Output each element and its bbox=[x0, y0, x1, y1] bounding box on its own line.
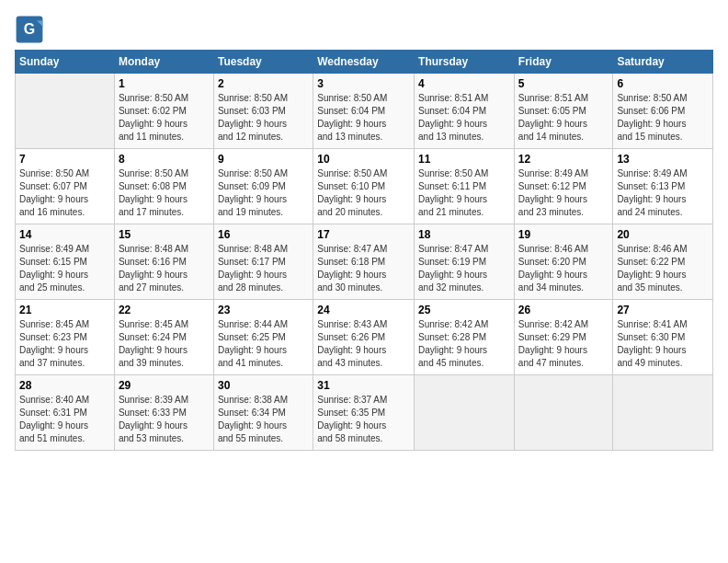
calendar-cell: 10Sunrise: 8:50 AMSunset: 6:10 PMDayligh… bbox=[313, 149, 415, 224]
day-number: 11 bbox=[418, 153, 510, 166]
calendar-cell: 26Sunrise: 8:42 AMSunset: 6:29 PMDayligh… bbox=[514, 300, 613, 375]
day-info: Sunrise: 8:49 AMSunset: 6:15 PMDaylight:… bbox=[19, 243, 110, 294]
sunrise-text: Sunrise: 8:43 AM bbox=[317, 318, 410, 331]
sunset-text: Sunset: 6:08 PM bbox=[119, 180, 210, 193]
calendar-cell: 9Sunrise: 8:50 AMSunset: 6:09 PMDaylight… bbox=[213, 149, 313, 224]
sunset-text: Sunset: 6:18 PM bbox=[317, 256, 410, 269]
sunset-text: Sunset: 6:13 PM bbox=[617, 180, 709, 193]
day-info: Sunrise: 8:47 AMSunset: 6:18 PMDaylight:… bbox=[317, 243, 410, 294]
daylight-text: Daylight: 9 hoursand 41 minutes. bbox=[218, 344, 309, 370]
day-number: 15 bbox=[119, 228, 210, 241]
day-info: Sunrise: 8:37 AMSunset: 6:35 PMDaylight:… bbox=[317, 394, 410, 445]
daylight-text: Daylight: 9 hoursand 51 minutes. bbox=[19, 419, 110, 445]
day-number: 20 bbox=[617, 228, 709, 241]
day-number: 8 bbox=[119, 153, 210, 166]
sunrise-text: Sunrise: 8:40 AM bbox=[19, 394, 110, 407]
daylight-text: Daylight: 9 hoursand 13 minutes. bbox=[317, 118, 410, 144]
calendar-cell: 30Sunrise: 8:38 AMSunset: 6:34 PMDayligh… bbox=[213, 375, 313, 451]
calendar-cell: 14Sunrise: 8:49 AMSunset: 6:15 PMDayligh… bbox=[16, 224, 115, 300]
calendar-week-row: 28Sunrise: 8:40 AMSunset: 6:31 PMDayligh… bbox=[16, 375, 713, 451]
day-info: Sunrise: 8:50 AMSunset: 6:06 PMDaylight:… bbox=[617, 92, 709, 144]
calendar-cell: 20Sunrise: 8:46 AMSunset: 6:22 PMDayligh… bbox=[613, 224, 713, 300]
daylight-text: Daylight: 9 hoursand 27 minutes. bbox=[119, 269, 210, 294]
calendar-cell: 29Sunrise: 8:39 AMSunset: 6:33 PMDayligh… bbox=[114, 375, 213, 451]
sunrise-text: Sunrise: 8:50 AM bbox=[418, 167, 510, 180]
day-info: Sunrise: 8:50 AMSunset: 6:08 PMDaylight:… bbox=[119, 167, 210, 219]
calendar-cell: 24Sunrise: 8:43 AMSunset: 6:26 PMDayligh… bbox=[313, 300, 415, 375]
daylight-text: Daylight: 9 hoursand 34 minutes. bbox=[518, 269, 609, 294]
sunset-text: Sunset: 6:06 PM bbox=[617, 105, 709, 118]
daylight-text: Daylight: 9 hoursand 14 minutes. bbox=[518, 118, 609, 144]
day-number: 7 bbox=[19, 153, 110, 166]
day-number: 5 bbox=[518, 77, 609, 90]
svg-text:G: G bbox=[24, 21, 35, 37]
day-number: 25 bbox=[418, 304, 510, 316]
sunset-text: Sunset: 6:16 PM bbox=[119, 256, 210, 269]
calendar-cell: 6Sunrise: 8:50 AMSunset: 6:06 PMDaylight… bbox=[613, 74, 713, 149]
day-number: 9 bbox=[218, 153, 309, 166]
calendar-cell bbox=[613, 375, 713, 451]
calendar-cell: 22Sunrise: 8:45 AMSunset: 6:24 PMDayligh… bbox=[114, 300, 213, 375]
sunrise-text: Sunrise: 8:42 AM bbox=[518, 318, 609, 331]
day-info: Sunrise: 8:46 AMSunset: 6:20 PMDaylight:… bbox=[518, 243, 609, 294]
sunset-text: Sunset: 6:04 PM bbox=[418, 105, 510, 118]
column-header-saturday: Saturday bbox=[613, 51, 713, 74]
day-number: 29 bbox=[119, 379, 210, 392]
sunrise-text: Sunrise: 8:39 AM bbox=[119, 394, 210, 407]
sunrise-text: Sunrise: 8:37 AM bbox=[317, 394, 410, 407]
sunrise-text: Sunrise: 8:42 AM bbox=[418, 318, 510, 331]
sunrise-text: Sunrise: 8:46 AM bbox=[617, 243, 709, 256]
sunset-text: Sunset: 6:24 PM bbox=[119, 331, 210, 344]
column-header-friday: Friday bbox=[514, 51, 613, 74]
sunset-text: Sunset: 6:04 PM bbox=[317, 105, 410, 118]
calendar-container: G SundayMondayTuesdayWednesdayThursdayFr… bbox=[0, 0, 728, 458]
sunset-text: Sunset: 6:23 PM bbox=[19, 331, 110, 344]
sunset-text: Sunset: 6:35 PM bbox=[317, 407, 410, 419]
day-info: Sunrise: 8:42 AMSunset: 6:28 PMDaylight:… bbox=[418, 318, 510, 370]
sunset-text: Sunset: 6:17 PM bbox=[218, 256, 309, 269]
day-info: Sunrise: 8:47 AMSunset: 6:19 PMDaylight:… bbox=[418, 243, 510, 294]
day-number: 21 bbox=[19, 304, 110, 316]
sunset-text: Sunset: 6:19 PM bbox=[418, 256, 510, 269]
calendar-cell: 16Sunrise: 8:48 AMSunset: 6:17 PMDayligh… bbox=[213, 224, 313, 300]
sunrise-text: Sunrise: 8:50 AM bbox=[218, 92, 309, 105]
calendar-header-row: SundayMondayTuesdayWednesdayThursdayFrid… bbox=[16, 51, 713, 74]
calendar-cell: 19Sunrise: 8:46 AMSunset: 6:20 PMDayligh… bbox=[514, 224, 613, 300]
column-header-sunday: Sunday bbox=[16, 51, 115, 74]
sunset-text: Sunset: 6:09 PM bbox=[218, 180, 309, 193]
sunset-text: Sunset: 6:07 PM bbox=[19, 180, 110, 193]
day-number: 4 bbox=[418, 77, 510, 90]
daylight-text: Daylight: 9 hoursand 30 minutes. bbox=[317, 269, 410, 294]
logo-icon: G bbox=[15, 15, 44, 44]
day-number: 16 bbox=[218, 228, 309, 241]
day-number: 17 bbox=[317, 228, 410, 241]
day-info: Sunrise: 8:51 AMSunset: 6:05 PMDaylight:… bbox=[518, 92, 609, 144]
day-info: Sunrise: 8:50 AMSunset: 6:10 PMDaylight:… bbox=[317, 167, 410, 219]
daylight-text: Daylight: 9 hoursand 13 minutes. bbox=[418, 118, 510, 144]
calendar-cell: 5Sunrise: 8:51 AMSunset: 6:05 PMDaylight… bbox=[514, 74, 613, 149]
daylight-text: Daylight: 9 hoursand 25 minutes. bbox=[19, 269, 110, 294]
day-info: Sunrise: 8:50 AMSunset: 6:09 PMDaylight:… bbox=[218, 167, 309, 219]
day-info: Sunrise: 8:49 AMSunset: 6:13 PMDaylight:… bbox=[617, 167, 709, 219]
column-header-monday: Monday bbox=[114, 51, 213, 74]
sunrise-text: Sunrise: 8:50 AM bbox=[119, 92, 210, 105]
daylight-text: Daylight: 9 hoursand 37 minutes. bbox=[19, 344, 110, 370]
daylight-text: Daylight: 9 hoursand 23 minutes. bbox=[518, 193, 609, 219]
calendar-cell: 4Sunrise: 8:51 AMSunset: 6:04 PMDaylight… bbox=[415, 74, 515, 149]
daylight-text: Daylight: 9 hoursand 58 minutes. bbox=[317, 419, 410, 445]
day-info: Sunrise: 8:50 AMSunset: 6:02 PMDaylight:… bbox=[119, 92, 210, 144]
day-number: 28 bbox=[19, 379, 110, 392]
sunset-text: Sunset: 6:34 PM bbox=[218, 407, 309, 419]
sunset-text: Sunset: 6:25 PM bbox=[218, 331, 309, 344]
daylight-text: Daylight: 9 hoursand 15 minutes. bbox=[617, 118, 709, 144]
sunrise-text: Sunrise: 8:50 AM bbox=[317, 92, 410, 105]
day-number: 27 bbox=[617, 304, 709, 316]
day-number: 23 bbox=[218, 304, 309, 316]
sunset-text: Sunset: 6:12 PM bbox=[518, 180, 609, 193]
daylight-text: Daylight: 9 hoursand 47 minutes. bbox=[518, 344, 609, 370]
day-info: Sunrise: 8:46 AMSunset: 6:22 PMDaylight:… bbox=[617, 243, 709, 294]
day-info: Sunrise: 8:50 AMSunset: 6:11 PMDaylight:… bbox=[418, 167, 510, 219]
day-number: 10 bbox=[317, 153, 410, 166]
daylight-text: Daylight: 9 hoursand 12 minutes. bbox=[218, 118, 309, 144]
sunrise-text: Sunrise: 8:50 AM bbox=[119, 167, 210, 180]
